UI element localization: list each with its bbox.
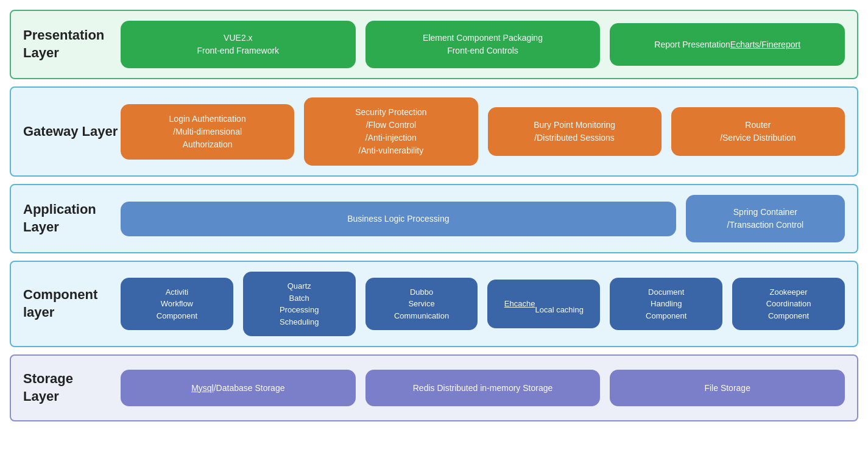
mysql-text: Mysql	[191, 382, 214, 395]
chip-spring: Spring Container/Transaction Control	[686, 195, 845, 242]
chip-login: Login Authentication/Multi-dimensionalAu…	[121, 104, 294, 160]
chip-mysql: Mysql/Database Storage	[121, 370, 356, 406]
ehcache-text: Ehcache	[504, 298, 535, 310]
chip-business: Business Logic Processing	[121, 202, 676, 236]
presentation-layer-label: PresentationLayer	[23, 27, 121, 62]
chip-element: Element Component PackagingFront-end Con…	[365, 21, 601, 68]
component-layer-content: ActivitiWorkflowComponent QuartzBatchPro…	[121, 272, 845, 336]
architecture-diagram: PresentationLayer VUE2.xFront-end Framew…	[10, 10, 858, 421]
application-layer-content: Business Logic Processing Spring Contain…	[121, 195, 845, 242]
gateway-layer-label: Gateway Layer	[23, 123, 121, 141]
chip-file: File Storage	[610, 370, 845, 406]
chip-quartz: QuartzBatchProcessingScheduling	[243, 272, 356, 336]
echarts-finereport-text: Echarts/Finereport	[730, 38, 800, 51]
chip-security: Security Protection/Flow Control/Anti-in…	[304, 97, 478, 166]
chip-router: Router/Service Distribution	[671, 107, 845, 156]
chip-vue: VUE2.xFront-end Framework	[121, 21, 356, 68]
storage-layer: StorageLayer Mysql/Database Storage Redi…	[10, 354, 858, 421]
chip-zookeeper: ZookeeperCoordinationComponent	[732, 278, 845, 331]
chip-activiti: ActivitiWorkflowComponent	[121, 278, 233, 331]
storage-layer-label: StorageLayer	[23, 370, 121, 405]
presentation-layer-content: VUE2.xFront-end Framework Element Compon…	[121, 21, 845, 68]
application-layer-label: ApplicationLayer	[23, 201, 121, 236]
chip-bury: Bury Point Monitoring/Distributed Sessio…	[488, 107, 662, 156]
gateway-layer-content: Login Authentication/Multi-dimensionalAu…	[121, 97, 845, 166]
chip-ehcache: EhcacheLocal caching	[487, 280, 600, 328]
component-layer-label: Componentlayer	[23, 286, 121, 321]
chip-report: Report PresentationEcharts/Finereport	[610, 23, 845, 66]
chip-document: DocumentHandlingComponent	[610, 278, 722, 331]
chip-dubbo: DubboServiceCommunication	[365, 278, 478, 331]
gateway-layer: Gateway Layer Login Authentication/Multi…	[10, 86, 858, 177]
storage-layer-content: Mysql/Database Storage Redis Distributed…	[121, 370, 845, 406]
chip-redis: Redis Distributed in-memory Storage	[365, 370, 601, 406]
presentation-layer: PresentationLayer VUE2.xFront-end Framew…	[10, 10, 858, 79]
component-layer: Componentlayer ActivitiWorkflowComponent…	[10, 261, 858, 347]
application-layer: ApplicationLayer Business Logic Processi…	[10, 184, 858, 253]
